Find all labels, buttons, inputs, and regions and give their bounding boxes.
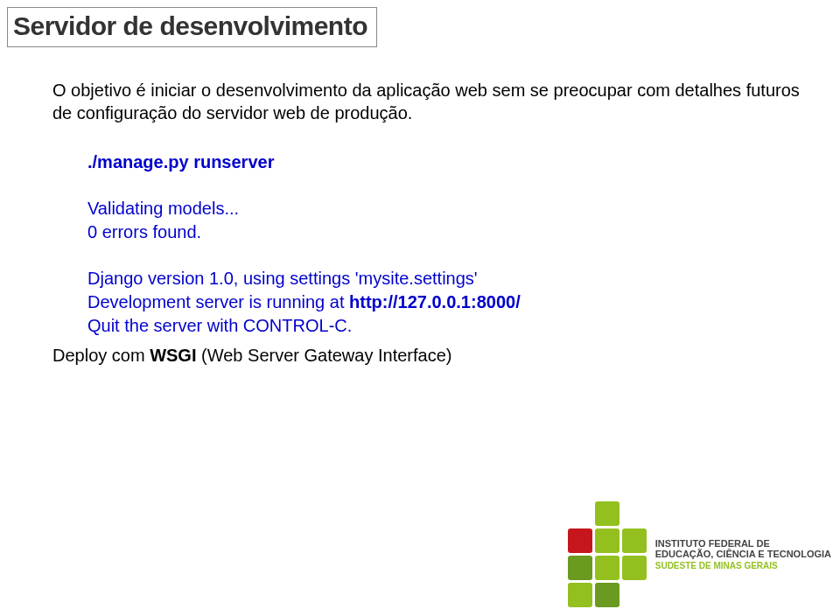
content-area: O objetivo é iniciar o desenvolvimento d… <box>52 79 805 338</box>
quit-line: Quit the server with CONTROL-C. <box>88 314 805 338</box>
logo-line3: SUDESTE DE MINAS GERAIS <box>655 561 831 570</box>
code-block: ./manage.py runserver Validating models.… <box>88 150 805 338</box>
institution-logo: INSTITUTO FEDERAL DE EDUCAÇÃO, CIÊNCIA E… <box>568 501 831 607</box>
slide-title-box: Servidor de desenvolvimento <box>7 7 377 47</box>
command-line: ./manage.py runserver <box>88 150 805 174</box>
slide-title: Servidor de desenvolvimento <box>13 11 368 40</box>
footer-bold: WSGI <box>150 346 196 365</box>
logo-line2: EDUCAÇÃO, CIÊNCIA E TECNOLOGIA <box>655 549 831 559</box>
logo-line1: INSTITUTO FEDERAL DE <box>655 538 831 549</box>
version-line: Django version 1.0, using settings 'mysi… <box>88 267 805 290</box>
logo-text: INSTITUTO FEDERAL DE EDUCAÇÃO, CIÊNCIA E… <box>655 538 831 570</box>
intro-paragraph: O objetivo é iniciar o desenvolvimento d… <box>52 79 805 124</box>
errors-line: 0 errors found. <box>88 220 805 244</box>
running-line: Development server is running at http://… <box>88 290 805 314</box>
validating-line: Validating models... <box>88 197 805 220</box>
logo-squares <box>568 501 647 607</box>
footer-post: (Web Server Gateway Interface) <box>197 346 452 365</box>
footer-line: Deploy com WSGI (Web Server Gateway Inte… <box>52 346 452 366</box>
footer-pre: Deploy com <box>52 346 150 365</box>
running-prefix: Development server is running at <box>88 292 349 312</box>
running-url: http://127.0.0.1:8000/ <box>349 292 521 312</box>
